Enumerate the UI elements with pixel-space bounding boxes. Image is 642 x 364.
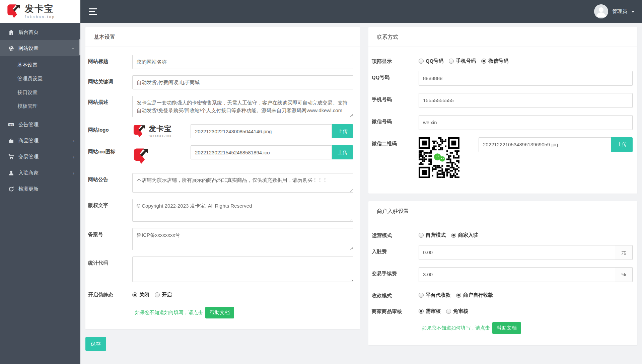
site-description-textarea[interactable]: 发卡宝是一套功能强大的卡密寄售系统，无需人工值守，客户在线购买即可自动完成交易。… [132,96,353,117]
svg-text:NEW: NEW [9,124,13,126]
field-label-transaction-fee: 交易手续费 [372,267,419,282]
radio-pseudo-static-off[interactable]: 关闭 [132,292,149,298]
field-label-logo: 网站logo [88,124,132,133]
sidebar-item-site-settings[interactable]: 网站设置 › [0,40,80,56]
chevron-right-icon: › [73,170,74,176]
avatar [594,4,608,18]
cart-icon [8,154,14,160]
sidebar-item-home[interactable]: 后台首页 [0,24,80,40]
site-keywords-input[interactable] [132,75,353,89]
field-label-keywords: 网站关键词 [88,75,132,89]
logo-upload-button[interactable]: 上传 [332,124,353,138]
phone-number-input[interactable] [419,93,633,108]
radio-top-display-phone[interactable]: 手机号码 [449,58,476,64]
home-icon [8,29,14,35]
radio-audit-free[interactable]: 免审核 [446,308,468,314]
entry-fee-input[interactable] [419,245,615,260]
brand-logo-icon [132,124,146,139]
radio-dot [132,292,137,297]
field-label-icp: 备案号 [88,228,132,250]
radio-dot [451,233,456,238]
qr-upload-button[interactable]: 上传 [611,137,633,152]
user-menu[interactable]: 管理员 [594,4,635,18]
brand-domain: fakabao.top [25,15,55,19]
qr-filename-input[interactable] [479,137,611,152]
panel-title-contact: 联系方式 [368,27,637,47]
main-area: 管理员 基本设置 网站标题 网站关键词 [80,0,642,364]
radio-merchant-join[interactable]: 商家入驻 [451,232,478,238]
radio-dot [481,59,486,64]
sidebar-scrollbar-thumb[interactable] [79,39,80,55]
radio-dot [419,293,424,298]
copyright-textarea[interactable]: © Copyright 2022-2023 发卡宝, All Rights Re… [132,199,353,222]
brand-logo[interactable]: 发卡宝 fakabao.top [0,0,80,23]
user-icon [8,170,14,176]
sidebar-item-merchants[interactable]: 入驻商家 › [0,165,80,181]
logo-filename-input[interactable] [191,124,332,138]
ico-upload-button[interactable]: 上传 [332,145,353,159]
topbar: 管理员 [80,0,642,23]
sidebar: 发卡宝 fakabao.top 后台首页 网站设置 › [0,0,80,364]
site-logo-preview: 发卡宝 fakabao.top [132,124,191,139]
wechat-id-input[interactable] [419,115,633,130]
field-label-entry-fee: 入驻费 [372,245,419,260]
sidebar-item-goods[interactable]: 商品管理 › [0,133,80,149]
merchant-settings-panel: 商户入驻设置 运营模式 自营模式 商家入驻 入驻费 [368,201,637,345]
contact-panel: 联系方式 顶部显示 QQ号码 手机号码 微信号码 QQ号码 [368,27,637,194]
field-label-notice: 网站公告 [88,173,132,193]
help-doc-button[interactable]: 帮助文档 [492,322,521,334]
ico-filename-input[interactable] [191,145,332,159]
analytics-code-textarea[interactable] [132,257,353,282]
site-settings-submenu: 基本设置 管理员设置 接口设置 模板管理 [0,56,80,117]
brand-logo-icon [6,3,21,20]
field-label-site-title: 网站标题 [88,55,132,69]
basic-settings-panel: 基本设置 网站标题 网站关键词 网站描述 发卡宝是一套功能强大的卡密寄 [85,27,360,329]
favicon-image [132,146,150,167]
chevron-down-icon: › [71,48,76,49]
submenu-item-template-manage[interactable]: 模板管理 [0,99,80,113]
field-label-copyright: 版权文字 [88,199,132,222]
help-doc-button[interactable]: 帮助文档 [205,307,234,318]
site-title-input[interactable] [132,55,353,69]
field-label-analytics: 统计代码 [88,257,132,282]
transaction-fee-input[interactable] [419,267,615,282]
hamburger-menu-icon[interactable] [89,8,97,15]
help-hint-text: 如果您不知道如何填写，请点击 [135,309,203,316]
entry-fee-unit: 元 [615,245,633,260]
sidebar-menu: 后台首页 网站设置 › 基本设置 管理员设置 接口设置 模板管理 [0,23,80,364]
radio-self-operated[interactable]: 自营模式 [419,232,446,238]
site-ico-preview [132,145,191,167]
field-label-wechat-qr: 微信二维码 [372,137,419,178]
icp-number-textarea[interactable]: 鲁ICP备xxxxxxxx号 [132,228,353,250]
radio-platform-collect[interactable]: 平台代收款 [419,292,451,298]
field-label-description: 网站描述 [88,96,132,117]
field-label-phone: 手机号码 [372,93,419,108]
app-window: 发卡宝 fakabao.top 后台首页 网站设置 › [0,0,642,364]
qq-number-input[interactable] [419,71,633,86]
username-label: 管理员 [612,8,627,15]
submenu-item-api-settings[interactable]: 接口设置 [0,86,80,99]
radio-top-display-wechat[interactable]: 微信号码 [481,58,508,64]
radio-top-display-qq[interactable]: QQ号码 [419,58,443,64]
field-label-qq: QQ号码 [372,71,419,86]
submenu-item-basic-settings[interactable]: 基本设置 [0,58,80,72]
content: 基本设置 网站标题 网站关键词 网站描述 发卡宝是一套功能强大的卡密寄 [80,23,642,364]
sidebar-item-check-update[interactable]: 检测更新 [0,181,80,197]
panel-title-basic: 基本设置 [85,27,360,47]
radio-merchant-collect[interactable]: 商户自行收款 [456,292,493,298]
site-notice-textarea[interactable]: 本店铺为演示店铺，所有展示的商品均非真实商品，仅供填充数据用，请勿购买！！！ [132,173,353,193]
sidebar-item-trade[interactable]: 交易管理 › [0,149,80,165]
new-badge-icon: NEW [8,122,14,128]
panel-title-merchant: 商户入驻设置 [368,201,637,221]
submenu-item-admin-settings[interactable]: 管理员设置 [0,72,80,86]
shopping-bag-icon [8,138,14,144]
caret-down-icon [631,11,635,13]
radio-pseudo-static-on[interactable]: 开启 [155,292,172,298]
field-label-collection-mode: 收款模式 [372,289,419,299]
chevron-right-icon: › [73,154,74,160]
sidebar-item-announcement[interactable]: NEW 公告管理 [0,117,80,133]
help-hint-text: 如果您不知道如何填写，请点击 [422,325,490,331]
field-label-top-display: 顶部显示 [372,55,419,65]
radio-audit-required[interactable]: 需审核 [419,308,441,314]
save-button[interactable]: 保存 [85,337,106,351]
